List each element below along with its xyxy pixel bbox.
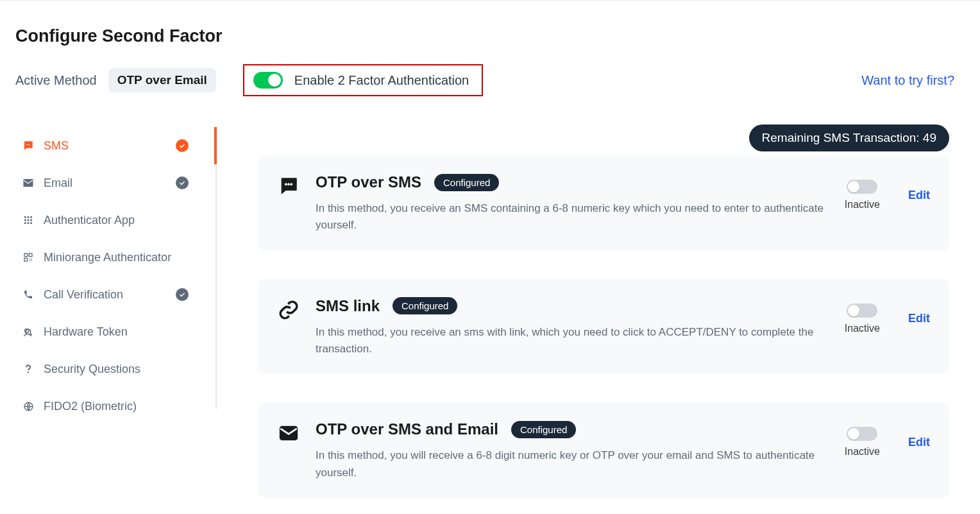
edit-link[interactable]: Edit [908, 312, 930, 325]
edit-link[interactable]: Edit [908, 436, 930, 449]
method-title: SMS link [316, 297, 380, 315]
svg-rect-15 [24, 258, 28, 261]
svg-rect-6 [30, 216, 32, 218]
sidebar-item-email[interactable]: Email [22, 164, 212, 201]
sidebar-item-label: Hardware Token [44, 325, 128, 339]
svg-rect-17 [31, 259, 32, 259]
grid-icon [22, 214, 35, 227]
method-toggle[interactable] [847, 427, 877, 441]
active-method-badge: OTP over Email [108, 68, 216, 92]
svg-rect-12 [30, 222, 32, 224]
svg-rect-8 [28, 219, 30, 221]
method-card-otp-sms-email: OTP over SMS and Email Configured In thi… [258, 402, 949, 498]
svg-rect-11 [28, 222, 30, 224]
phone-icon [22, 288, 35, 301]
method-card-otp-sms: OTP over SMS Configured In this method, … [258, 155, 949, 251]
check-icon [176, 139, 189, 152]
method-description: In this method, you will receive a 6-8 d… [316, 447, 829, 481]
sidebar-item-miniorange[interactable]: Miniorange Authenticator [22, 239, 212, 276]
sidebar-item-hardware-token[interactable]: Hardware Token [22, 313, 212, 350]
sidebar-item-security-questions[interactable]: Security Questions [22, 350, 212, 388]
sidebar-item-label: Call Verification [44, 288, 123, 302]
header-row: Active Method OTP over Email Enable 2 Fa… [15, 64, 980, 96]
method-title: OTP over SMS and Email [316, 420, 498, 438]
enable-2fa-highlight: Enable 2 Factor Authentication [243, 64, 483, 96]
method-description: In this method, you receive an SMS conta… [316, 200, 829, 234]
configured-badge: Configured [393, 297, 457, 314]
method-description: In this method, you receive an sms with … [316, 324, 829, 358]
svg-rect-3 [24, 180, 33, 187]
try-first-link[interactable]: Want to try first? [861, 73, 954, 88]
check-icon [176, 288, 189, 301]
method-status: Inactive [845, 446, 880, 458]
link-icon [277, 298, 300, 321]
svg-rect-7 [24, 219, 26, 221]
chat-filled-icon [277, 175, 300, 198]
svg-rect-10 [24, 222, 26, 224]
active-method-label: Active Method [15, 73, 97, 88]
svg-rect-13 [24, 253, 28, 257]
svg-rect-18 [30, 261, 30, 261]
chat-icon [22, 139, 35, 152]
configured-badge: Configured [511, 421, 576, 438]
method-toggle[interactable] [847, 304, 877, 318]
enable-2fa-label: Enable 2 Factor Authentication [294, 73, 469, 88]
sidebar-item-authenticator-app[interactable]: Authenticator App [22, 201, 212, 239]
sidebar-item-call-verification[interactable]: Call Verification [22, 276, 212, 313]
configured-badge: Configured [434, 174, 499, 191]
svg-point-24 [290, 183, 292, 185]
globe-icon [22, 400, 35, 413]
check-icon [176, 176, 189, 189]
mail-filled-icon [277, 422, 300, 445]
edit-link[interactable]: Edit [908, 189, 930, 202]
enable-2fa-toggle[interactable] [253, 72, 283, 89]
svg-rect-4 [24, 216, 26, 218]
sidebar: SMS Email Authenticator App [0, 127, 212, 498]
svg-point-1 [28, 144, 29, 146]
method-toggle[interactable] [847, 180, 877, 194]
qr-icon [22, 251, 35, 264]
svg-rect-9 [30, 219, 32, 221]
svg-point-22 [285, 183, 287, 185]
svg-point-2 [30, 144, 31, 146]
remaining-sms-badge: Remaining SMS Transaction: 49 [749, 124, 949, 151]
svg-rect-16 [30, 259, 30, 259]
sidebar-item-label: Miniorange Authenticator [44, 251, 171, 264]
sidebar-item-label: Authenticator App [44, 214, 135, 227]
sidebar-item-sms[interactable]: SMS [22, 127, 212, 164]
key-icon [22, 325, 35, 338]
sidebar-item-label: Security Questions [44, 363, 140, 376]
sidebar-item-label: FIDO2 (Biometric) [44, 400, 137, 413]
sidebar-item-fido2[interactable]: FIDO2 (Biometric) [22, 388, 212, 425]
method-card-sms-link: SMS link Configured In this method, you … [258, 279, 949, 375]
svg-rect-19 [31, 261, 32, 261]
svg-point-23 [287, 183, 290, 185]
method-status: Inactive [845, 323, 880, 334]
svg-rect-14 [29, 253, 32, 257]
svg-point-0 [26, 144, 28, 146]
mail-icon [22, 176, 35, 189]
page-title: Configure Second Factor [15, 26, 980, 46]
svg-rect-5 [28, 216, 30, 218]
main-content: Remaining SMS Transaction: 49 OTP over S… [212, 127, 980, 498]
method-status: Inactive [845, 199, 880, 210]
question-icon [22, 363, 35, 375]
sidebar-item-label: Email [44, 176, 72, 190]
method-title: OTP over SMS [316, 173, 421, 191]
sidebar-item-label: SMS [44, 139, 69, 153]
